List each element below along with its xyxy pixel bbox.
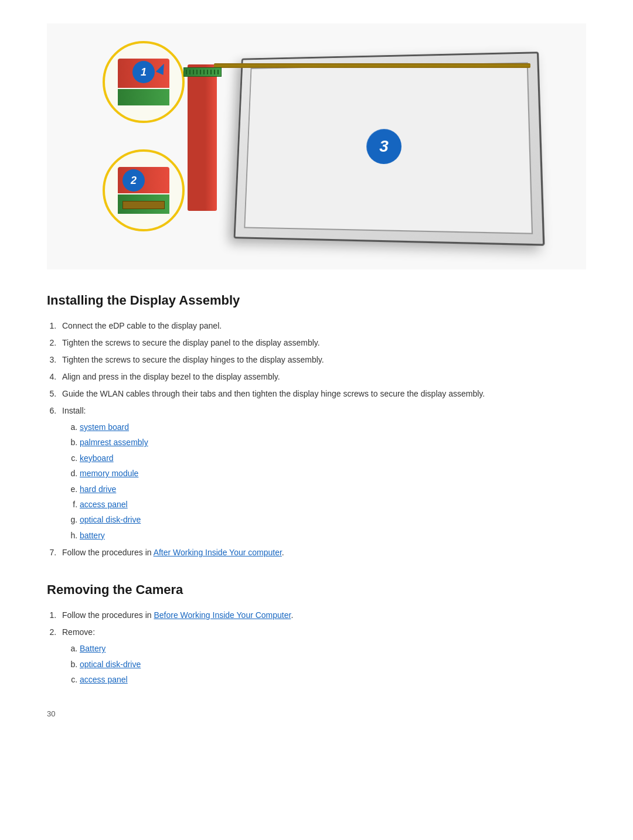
install-c: keyboard <box>80 452 586 465</box>
section1-title: Installing the Display Assembly <box>47 293 586 308</box>
install-e: hard drive <box>80 483 586 496</box>
step-5-text: Guide the WLAN cables through their tabs… <box>62 389 485 398</box>
step-2-text: Tighten the screws to secure the display… <box>62 338 320 347</box>
step-6-text: Install: <box>62 406 86 415</box>
install-d: memory module <box>80 467 586 480</box>
keyboard-link[interactable]: keyboard <box>80 453 114 463</box>
remove-b: optical disk-drive <box>80 658 586 671</box>
install-a: system board <box>80 421 586 433</box>
step-5: Guide the WLAN cables through their tabs… <box>59 388 586 400</box>
remove-sublist: Battery optical disk-drive access panel <box>62 642 586 686</box>
before-working-link[interactable]: Before Working Inside Your Computer <box>154 610 291 620</box>
step-2: Tighten the screws to secure the display… <box>59 337 586 349</box>
camera-step-2: Remove: Battery optical disk-drive acces… <box>59 626 586 686</box>
step2-number: 2 <box>122 169 145 192</box>
access-panel2-link[interactable]: access panel <box>80 675 128 684</box>
page-container: 3 1 <box>0 0 633 753</box>
steps-list-1: Connect the eDP cable to the display pan… <box>47 320 586 559</box>
hard-drive-link[interactable]: hard drive <box>80 484 116 494</box>
section1: Installing the Display Assembly Connect … <box>47 293 586 559</box>
step-4-text: Align and press in the display bezel to … <box>62 372 280 381</box>
optical-disk-drive-link[interactable]: optical disk-drive <box>80 515 141 524</box>
step-7-prefix: Follow the procedures in <box>62 548 154 557</box>
install-f: access panel <box>80 498 586 511</box>
system-board-link[interactable]: system board <box>80 422 129 432</box>
install-h: battery <box>80 529 586 542</box>
display-panel: 3 <box>234 52 545 245</box>
page-number: 30 <box>47 709 586 718</box>
step-1-text: Connect the eDP cable to the display pan… <box>62 321 222 330</box>
callout-circle-1: 1 <box>103 41 185 123</box>
install-g: optical disk-drive <box>80 513 586 526</box>
remove-a: Battery <box>80 642 586 655</box>
step-1: Connect the eDP cable to the display pan… <box>59 320 586 332</box>
access-panel-link[interactable]: access panel <box>80 500 128 509</box>
step-7: Follow the procedures in After Working I… <box>59 547 586 559</box>
memory-module-link[interactable]: memory module <box>80 469 138 478</box>
step-3: Tighten the screws to secure the display… <box>59 354 586 366</box>
cable-top <box>214 63 530 68</box>
section2: Removing the Camera Follow the procedure… <box>47 582 586 686</box>
optical-disk-drive2-link[interactable]: optical disk-drive <box>80 660 141 669</box>
steps-list-2: Follow the procedures in Before Working … <box>47 609 586 686</box>
after-working-link[interactable]: After Working Inside Your computer <box>154 548 282 557</box>
diagram-inner: 3 1 <box>97 35 536 258</box>
install-sublist: system board palmrest assembly keyboard … <box>62 421 586 542</box>
step-4: Align and press in the display bezel to … <box>59 371 586 383</box>
camera-step-1-prefix: Follow the procedures in <box>62 610 154 620</box>
hinge-visual <box>188 64 217 211</box>
step-7-suffix: . <box>282 548 284 557</box>
step1-number: 1 <box>132 61 155 83</box>
remove-c: access panel <box>80 673 586 686</box>
palmrest-assembly-link[interactable]: palmrest assembly <box>80 438 148 447</box>
section2-title: Removing the Camera <box>47 582 586 597</box>
step3-badge: 3 <box>366 129 401 164</box>
camera-step-2-text: Remove: <box>62 627 95 637</box>
camera-step-1-suffix: . <box>291 610 293 620</box>
battery2-link[interactable]: Battery <box>80 644 106 653</box>
step-6: Install: system board palmrest assembly … <box>59 405 586 542</box>
diagram-area: 3 1 <box>47 23 586 269</box>
pcb-pins <box>186 70 219 74</box>
pcb-strip <box>183 67 222 77</box>
callout-circle-2: 2 <box>103 149 185 231</box>
battery-link[interactable]: battery <box>80 531 105 540</box>
camera-step-1: Follow the procedures in Before Working … <box>59 609 586 622</box>
step-3-text: Tighten the screws to secure the display… <box>62 355 324 364</box>
install-b: palmrest assembly <box>80 436 586 449</box>
